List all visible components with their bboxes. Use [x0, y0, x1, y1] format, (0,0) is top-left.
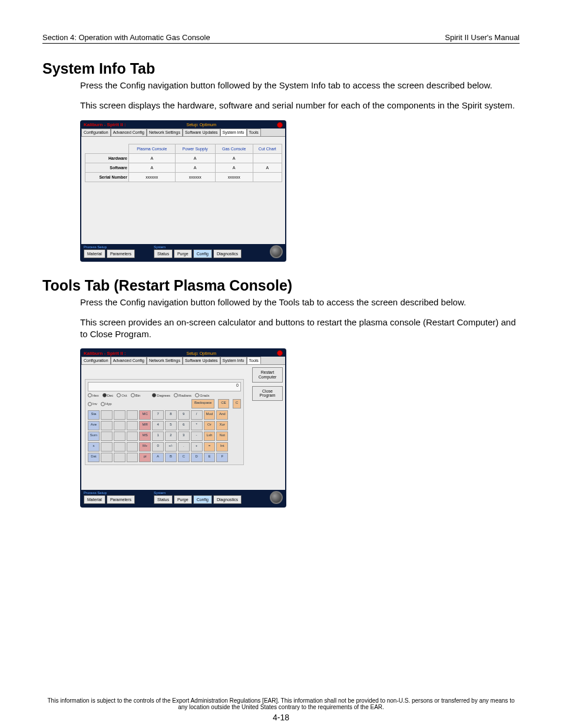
calc-key[interactable]: 2: [165, 431, 177, 441]
sysinfo-para1: Press the Config navigation button follo…: [80, 80, 520, 91]
app-title: Kaliburn - Spirit II :: [84, 351, 126, 356]
tab-software-updates[interactable]: Software Updates: [183, 129, 220, 136]
calc-key[interactable]: [127, 421, 138, 430]
close-icon[interactable]: [277, 350, 283, 356]
calc-key[interactable]: [114, 431, 125, 441]
calc-key[interactable]: 5: [165, 421, 177, 430]
tab-software-updates[interactable]: Software Updates: [183, 357, 220, 364]
nav-status[interactable]: Status: [154, 495, 173, 504]
calc-mode-bin[interactable]: Bin: [131, 393, 141, 397]
nav-status[interactable]: Status: [154, 249, 173, 258]
calc-key[interactable]: [127, 442, 138, 452]
nav-config[interactable]: Config: [193, 249, 212, 258]
tab-configuration[interactable]: Configuration: [81, 357, 111, 364]
calc-key[interactable]: =: [204, 442, 216, 452]
tab-advanced-config[interactable]: Advanced Config: [111, 357, 147, 364]
calc-key[interactable]: Lsh: [204, 431, 216, 441]
calc-key[interactable]: And: [216, 410, 228, 420]
calc-ce[interactable]: CE: [218, 399, 229, 409]
calc-c[interactable]: C: [233, 399, 241, 409]
calc-key[interactable]: Ave: [88, 421, 100, 430]
nav-purge[interactable]: Purge: [174, 495, 192, 504]
calc-key[interactable]: [114, 410, 125, 420]
tab-system-info[interactable]: System Info: [220, 129, 247, 136]
calc-key[interactable]: D: [191, 453, 203, 462]
row-software: Software: [85, 163, 129, 172]
calc-key[interactable]: Mod: [204, 410, 216, 420]
calc-key[interactable]: Not: [216, 431, 228, 441]
calc-key[interactable]: A: [152, 453, 164, 462]
calc-key[interactable]: -: [191, 431, 203, 441]
nav-purge[interactable]: Purge: [174, 249, 192, 258]
calc-key[interactable]: *: [191, 421, 203, 430]
calc-key[interactable]: [114, 453, 125, 462]
calc-key[interactable]: Dat: [88, 453, 100, 462]
tab-network-settings[interactable]: Network Settings: [147, 129, 183, 136]
nav-parameters[interactable]: Parameters: [107, 249, 135, 258]
close-program-button[interactable]: Close Program: [252, 386, 283, 401]
calc-key[interactable]: M+: [139, 442, 151, 452]
calc-key[interactable]: Or: [204, 421, 216, 430]
calc-key[interactable]: [101, 421, 113, 430]
calc-key[interactable]: Sum: [88, 431, 100, 441]
nav-diagnostics[interactable]: Diagnostics: [213, 495, 242, 504]
calc-key[interactable]: 1: [152, 431, 164, 441]
calc-key[interactable]: F: [216, 453, 228, 462]
calc-key[interactable]: MS: [139, 431, 151, 441]
calc-key[interactable]: [127, 453, 138, 462]
tab-advanced-config[interactable]: Advanced Config: [111, 129, 147, 136]
nav-parameters[interactable]: Parameters: [107, 495, 135, 504]
calc-key[interactable]: pi: [139, 453, 151, 462]
nav-config[interactable]: Config: [193, 495, 212, 504]
calc-key[interactable]: Sta: [88, 410, 100, 420]
calc-flag-hyp[interactable]: Hyp: [101, 399, 112, 409]
calc-key[interactable]: MR: [139, 421, 151, 430]
calc-mode-hex[interactable]: Hex: [88, 393, 99, 397]
restart-computer-button[interactable]: Restart Computer: [252, 367, 283, 382]
tab-system-info[interactable]: System Info: [220, 357, 247, 364]
calc-key[interactable]: .: [178, 442, 190, 452]
calc-mode-dec[interactable]: Dec: [103, 393, 114, 397]
calc-mode-oct[interactable]: Oct: [117, 393, 127, 397]
calc-backspace[interactable]: Backspace: [191, 399, 214, 409]
tab-tools[interactable]: Tools: [247, 129, 261, 136]
calc-key[interactable]: [101, 410, 113, 420]
calc-key[interactable]: [114, 421, 125, 430]
calc-key[interactable]: E: [204, 453, 216, 462]
screenshot-system-info: Kaliburn - Spirit II : Setup: Optimum Co…: [80, 120, 520, 262]
calc-key[interactable]: +: [191, 442, 203, 452]
calc-key[interactable]: [127, 410, 138, 420]
calc-key[interactable]: MC: [139, 410, 151, 420]
calc-key[interactable]: [114, 442, 125, 452]
calc-unit-grads[interactable]: Grads: [195, 393, 209, 397]
calc-key[interactable]: 8: [165, 410, 177, 420]
calc-unit-radians[interactable]: Radians: [174, 393, 191, 397]
tab-configuration[interactable]: Configuration: [81, 129, 111, 136]
calc-key[interactable]: [101, 431, 113, 441]
calc-key[interactable]: 3: [178, 431, 190, 441]
calc-key[interactable]: 9: [178, 410, 190, 420]
calc-key[interactable]: Int: [216, 442, 228, 452]
calc-key[interactable]: Xor: [216, 421, 228, 430]
calc-key[interactable]: 4: [152, 421, 164, 430]
tab-tools[interactable]: Tools: [247, 357, 261, 364]
tab-network-settings[interactable]: Network Settings: [147, 357, 183, 364]
calc-flag-inv[interactable]: Inv: [88, 399, 97, 409]
calc-key[interactable]: +/-: [165, 442, 177, 452]
nav-diagnostics[interactable]: Diagnostics: [213, 249, 242, 258]
calc-key[interactable]: [101, 442, 113, 452]
calc-unit-degrees[interactable]: Degrees: [152, 393, 170, 397]
close-icon[interactable]: [277, 122, 283, 128]
nav-material[interactable]: Material: [84, 495, 105, 504]
calc-key[interactable]: [127, 431, 138, 441]
calc-key[interactable]: 6: [178, 421, 190, 430]
nav-material[interactable]: Material: [84, 249, 105, 258]
calc-key[interactable]: s: [88, 442, 100, 452]
calc-display: 0: [88, 382, 241, 391]
calc-key[interactable]: B: [165, 453, 177, 462]
calc-key[interactable]: 7: [152, 410, 164, 420]
calc-key[interactable]: 0: [152, 442, 164, 452]
calc-key[interactable]: C: [178, 453, 190, 462]
calc-key[interactable]: [101, 453, 113, 462]
calc-key[interactable]: /: [191, 410, 203, 420]
